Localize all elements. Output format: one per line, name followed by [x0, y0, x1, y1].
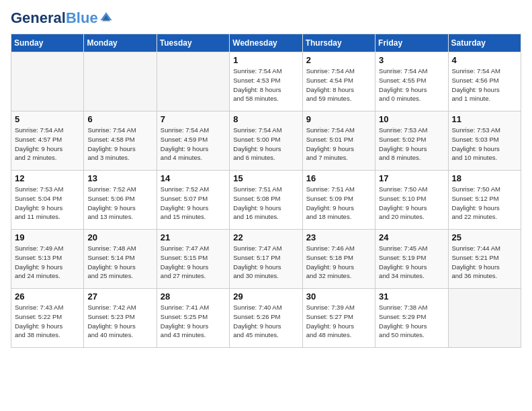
- calendar-cell: 18Sunrise: 7:50 AM Sunset: 5:12 PM Dayli…: [448, 171, 521, 230]
- day-number: 22: [233, 232, 298, 242]
- day-info: Sunrise: 7:52 AM Sunset: 5:06 PM Dayligh…: [87, 185, 152, 222]
- calendar-cell: 2Sunrise: 7:54 AM Sunset: 4:54 PM Daylig…: [302, 52, 375, 111]
- calendar-table: SundayMondayTuesdayWednesdayThursdayFrid…: [11, 34, 521, 348]
- weekday-header: Thursday: [302, 34, 375, 52]
- day-info: Sunrise: 7:54 AM Sunset: 5:00 PM Dayligh…: [233, 126, 298, 163]
- day-info: Sunrise: 7:44 AM Sunset: 5:21 PM Dayligh…: [452, 244, 517, 281]
- day-info: Sunrise: 7:49 AM Sunset: 5:13 PM Dayligh…: [15, 244, 80, 281]
- calendar-cell: 6Sunrise: 7:54 AM Sunset: 4:58 PM Daylig…: [84, 111, 157, 171]
- calendar-cell: 22Sunrise: 7:47 AM Sunset: 5:17 PM Dayli…: [230, 230, 302, 289]
- day-number: 23: [306, 232, 371, 242]
- day-number: 26: [15, 291, 80, 302]
- day-number: 20: [87, 232, 152, 242]
- day-number: 30: [306, 291, 371, 302]
- day-info: Sunrise: 7:45 AM Sunset: 5:19 PM Dayligh…: [379, 244, 444, 281]
- weekday-header: Wednesday: [230, 34, 302, 52]
- calendar-cell: 12Sunrise: 7:53 AM Sunset: 5:04 PM Dayli…: [11, 171, 84, 230]
- day-number: 16: [306, 173, 371, 183]
- calendar-cell: 25Sunrise: 7:44 AM Sunset: 5:21 PM Dayli…: [448, 230, 521, 289]
- logo-icon: [99, 11, 113, 25]
- calendar-cell: 8Sunrise: 7:54 AM Sunset: 5:00 PM Daylig…: [230, 111, 302, 171]
- day-info: Sunrise: 7:52 AM Sunset: 5:07 PM Dayligh…: [161, 185, 226, 222]
- calendar-cell: 21Sunrise: 7:47 AM Sunset: 5:15 PM Dayli…: [157, 230, 229, 289]
- day-number: 5: [15, 114, 80, 124]
- day-number: 2: [306, 55, 371, 65]
- calendar-cell: [157, 52, 229, 111]
- day-number: 19: [15, 232, 80, 242]
- calendar-body: 1Sunrise: 7:54 AM Sunset: 4:53 PM Daylig…: [11, 52, 521, 348]
- day-number: 11: [452, 114, 517, 124]
- day-number: 14: [161, 173, 226, 183]
- day-number: 3: [379, 55, 444, 65]
- day-number: 25: [452, 232, 517, 242]
- day-number: 28: [161, 291, 226, 302]
- calendar-cell: 14Sunrise: 7:52 AM Sunset: 5:07 PM Dayli…: [157, 171, 229, 230]
- day-info: Sunrise: 7:47 AM Sunset: 5:17 PM Dayligh…: [233, 244, 298, 281]
- calendar-week-row: 1Sunrise: 7:54 AM Sunset: 4:53 PM Daylig…: [11, 52, 521, 111]
- day-number: 4: [452, 55, 517, 65]
- calendar-cell: 9Sunrise: 7:54 AM Sunset: 5:01 PM Daylig…: [302, 111, 375, 171]
- calendar-cell: 28Sunrise: 7:41 AM Sunset: 5:25 PM Dayli…: [157, 289, 229, 348]
- day-number: 8: [233, 114, 298, 124]
- calendar-cell: 20Sunrise: 7:48 AM Sunset: 5:14 PM Dayli…: [84, 230, 157, 289]
- day-number: 15: [233, 173, 298, 183]
- weekday-header: Tuesday: [157, 34, 229, 52]
- logo: GeneralBlue: [11, 11, 113, 26]
- calendar-cell: 7Sunrise: 7:54 AM Sunset: 4:59 PM Daylig…: [157, 111, 229, 171]
- day-number: 21: [161, 232, 226, 242]
- calendar-cell: [84, 52, 157, 111]
- day-number: 27: [87, 291, 152, 302]
- day-number: 12: [15, 173, 80, 183]
- day-number: 10: [379, 114, 444, 124]
- day-number: 6: [87, 114, 152, 124]
- calendar-cell: [11, 52, 84, 111]
- calendar-cell: 27Sunrise: 7:42 AM Sunset: 5:23 PM Dayli…: [84, 289, 157, 348]
- calendar-cell: 13Sunrise: 7:52 AM Sunset: 5:06 PM Dayli…: [84, 171, 157, 230]
- day-info: Sunrise: 7:54 AM Sunset: 4:59 PM Dayligh…: [161, 126, 226, 163]
- day-info: Sunrise: 7:53 AM Sunset: 5:03 PM Dayligh…: [452, 126, 517, 163]
- day-info: Sunrise: 7:54 AM Sunset: 5:01 PM Dayligh…: [306, 126, 371, 163]
- day-info: Sunrise: 7:53 AM Sunset: 5:04 PM Dayligh…: [15, 185, 80, 222]
- calendar-cell: 29Sunrise: 7:40 AM Sunset: 5:26 PM Dayli…: [230, 289, 302, 348]
- calendar-cell: [448, 289, 521, 348]
- day-number: 17: [379, 173, 444, 183]
- calendar-week-row: 19Sunrise: 7:49 AM Sunset: 5:13 PM Dayli…: [11, 230, 521, 289]
- day-info: Sunrise: 7:41 AM Sunset: 5:25 PM Dayligh…: [161, 303, 226, 340]
- day-info: Sunrise: 7:46 AM Sunset: 5:18 PM Dayligh…: [306, 244, 371, 281]
- day-number: 9: [306, 114, 371, 124]
- calendar-cell: 1Sunrise: 7:54 AM Sunset: 4:53 PM Daylig…: [230, 52, 302, 111]
- day-info: Sunrise: 7:43 AM Sunset: 5:22 PM Dayligh…: [15, 303, 80, 340]
- calendar-cell: 23Sunrise: 7:46 AM Sunset: 5:18 PM Dayli…: [302, 230, 375, 289]
- day-info: Sunrise: 7:54 AM Sunset: 4:58 PM Dayligh…: [87, 126, 152, 163]
- calendar-header-row: SundayMondayTuesdayWednesdayThursdayFrid…: [11, 34, 521, 52]
- day-number: 1: [233, 55, 298, 65]
- day-info: Sunrise: 7:47 AM Sunset: 5:15 PM Dayligh…: [161, 244, 226, 281]
- calendar-week-row: 26Sunrise: 7:43 AM Sunset: 5:22 PM Dayli…: [11, 289, 521, 348]
- calendar-cell: 5Sunrise: 7:54 AM Sunset: 4:57 PM Daylig…: [11, 111, 84, 171]
- day-info: Sunrise: 7:54 AM Sunset: 4:57 PM Dayligh…: [15, 126, 80, 163]
- calendar-cell: 11Sunrise: 7:53 AM Sunset: 5:03 PM Dayli…: [448, 111, 521, 171]
- day-number: 31: [379, 291, 444, 302]
- calendar-cell: 31Sunrise: 7:38 AM Sunset: 5:29 PM Dayli…: [375, 289, 448, 348]
- weekday-header: Friday: [375, 34, 448, 52]
- page-header: GeneralBlue: [11, 11, 521, 26]
- calendar-cell: 19Sunrise: 7:49 AM Sunset: 5:13 PM Dayli…: [11, 230, 84, 289]
- weekday-header: Saturday: [448, 34, 521, 52]
- day-info: Sunrise: 7:39 AM Sunset: 5:27 PM Dayligh…: [306, 303, 371, 340]
- weekday-header: Sunday: [11, 34, 84, 52]
- calendar-cell: 26Sunrise: 7:43 AM Sunset: 5:22 PM Dayli…: [11, 289, 84, 348]
- day-info: Sunrise: 7:48 AM Sunset: 5:14 PM Dayligh…: [87, 244, 152, 281]
- day-info: Sunrise: 7:53 AM Sunset: 5:02 PM Dayligh…: [379, 126, 444, 163]
- calendar-cell: 3Sunrise: 7:54 AM Sunset: 4:55 PM Daylig…: [375, 52, 448, 111]
- day-info: Sunrise: 7:42 AM Sunset: 5:23 PM Dayligh…: [87, 303, 152, 340]
- day-number: 7: [161, 114, 226, 124]
- calendar-week-row: 5Sunrise: 7:54 AM Sunset: 4:57 PM Daylig…: [11, 111, 521, 171]
- day-info: Sunrise: 7:38 AM Sunset: 5:29 PM Dayligh…: [379, 303, 444, 340]
- calendar-cell: 16Sunrise: 7:51 AM Sunset: 5:09 PM Dayli…: [302, 171, 375, 230]
- calendar-cell: 17Sunrise: 7:50 AM Sunset: 5:10 PM Dayli…: [375, 171, 448, 230]
- day-info: Sunrise: 7:51 AM Sunset: 5:09 PM Dayligh…: [306, 185, 371, 222]
- day-number: 24: [379, 232, 444, 242]
- day-info: Sunrise: 7:54 AM Sunset: 4:56 PM Dayligh…: [452, 66, 517, 103]
- calendar-cell: 15Sunrise: 7:51 AM Sunset: 5:08 PM Dayli…: [230, 171, 302, 230]
- day-info: Sunrise: 7:40 AM Sunset: 5:26 PM Dayligh…: [233, 303, 298, 340]
